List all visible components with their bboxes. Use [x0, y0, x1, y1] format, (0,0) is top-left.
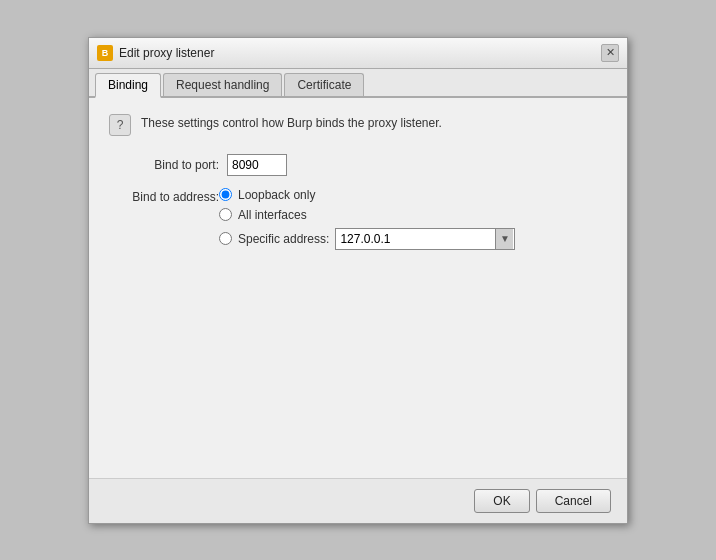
- all-interfaces-option-row: All interfaces: [219, 208, 515, 222]
- specific-address-label[interactable]: Specific address:: [238, 232, 329, 246]
- specific-address-radio[interactable]: [219, 232, 232, 245]
- specific-address-option-row: Specific address: 127.0.0.1 0.0.0.0 192.…: [219, 228, 515, 250]
- app-icon: B: [97, 45, 113, 61]
- title-bar-left: B Edit proxy listener: [97, 45, 214, 61]
- cancel-button[interactable]: Cancel: [536, 489, 611, 513]
- dialog-title: Edit proxy listener: [119, 46, 214, 60]
- tab-certificate[interactable]: Certificate: [284, 73, 364, 96]
- close-button[interactable]: ✕: [601, 44, 619, 62]
- ok-button[interactable]: OK: [474, 489, 529, 513]
- tab-content: ? These settings control how Burp binds …: [89, 98, 627, 478]
- all-interfaces-radio[interactable]: [219, 208, 232, 221]
- all-interfaces-label[interactable]: All interfaces: [238, 208, 307, 222]
- loopback-option-row: Loopback only: [219, 188, 515, 202]
- tab-bar: Binding Request handling Certificate: [89, 69, 627, 98]
- bind-port-label: Bind to port:: [109, 158, 219, 172]
- specific-address-select[interactable]: 127.0.0.1 0.0.0.0 192.168.1.1: [335, 228, 515, 250]
- edit-proxy-listener-dialog: B Edit proxy listener ✕ Binding Request …: [88, 37, 628, 524]
- info-row: ? These settings control how Burp binds …: [109, 114, 607, 136]
- dialog-footer: OK Cancel: [89, 478, 627, 523]
- title-bar: B Edit proxy listener ✕: [89, 38, 627, 69]
- tab-binding[interactable]: Binding: [95, 73, 161, 98]
- bind-address-section: Bind to address: Loopback only All inter…: [109, 188, 607, 250]
- specific-address-select-wrapper: 127.0.0.1 0.0.0.0 192.168.1.1 ▼: [335, 228, 515, 250]
- tab-request-handling[interactable]: Request handling: [163, 73, 282, 96]
- loopback-radio[interactable]: [219, 188, 232, 201]
- info-text: These settings control how Burp binds th…: [141, 114, 442, 130]
- loopback-label[interactable]: Loopback only: [238, 188, 315, 202]
- address-options-group: Loopback only All interfaces Specific ad…: [219, 188, 515, 250]
- bind-address-label: Bind to address:: [109, 188, 219, 204]
- bind-port-input[interactable]: [227, 154, 287, 176]
- help-button[interactable]: ?: [109, 114, 131, 136]
- bind-port-row: Bind to port:: [109, 154, 607, 176]
